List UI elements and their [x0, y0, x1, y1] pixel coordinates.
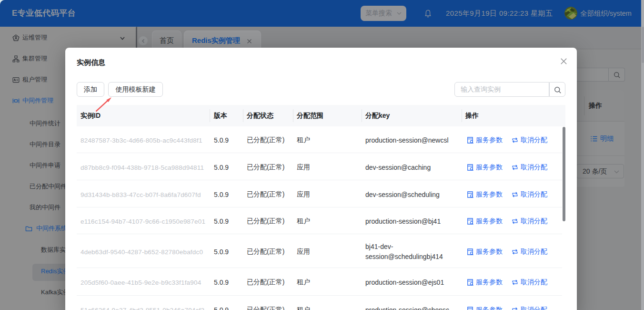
cancel-alloc-link[interactable]: 取消分配 [512, 190, 547, 199]
bg-actions-header: 操作 [589, 90, 602, 122]
instance-search-input[interactable]: 输入查询实例 [454, 82, 549, 97]
modal-table-scrollbar-thumb[interactable] [563, 127, 565, 221]
swap-icon [512, 279, 518, 285]
service-params-link[interactable]: 服务参数 [467, 217, 503, 226]
cell-scope: 应用 [297, 163, 310, 172]
service-params-link[interactable]: 服务参数 [467, 163, 503, 172]
tab-bar: 首页 Redis实例管理 [137, 27, 641, 49]
tenant-icon [12, 76, 20, 83]
cell-instance-id: 205d5f60-0aee-41b5-9e2e-b9c33f1fa904 [80, 279, 201, 286]
service-params-label: 服务参数 [476, 163, 503, 172]
cell-instance-id: 4deb63df-9540-4287-b652-82780ebafdc0 [80, 248, 203, 255]
service-params-label: 服务参数 [476, 306, 503, 310]
cell-key: dev-session@caching [365, 162, 457, 172]
col-alloc-key: 分配key [365, 105, 390, 126]
table-body: 82487587-3b3c-4d66-805b-ac9c443fd8f1 5.0… [77, 126, 565, 310]
list-icon [591, 136, 597, 142]
cancel-alloc-link[interactable]: 取消分配 [512, 136, 547, 145]
cell-instance-id: 9d31434b-b833-47cc-b07f-8a6fa7d607fd [80, 191, 201, 198]
sidebar-item-label: 运维管理 [22, 28, 47, 47]
cell-key: production-session@ejs01 [365, 278, 457, 288]
tab-redis-management[interactable]: Redis实例管理 [184, 31, 261, 49]
cell-status: 已分配(正常) [247, 248, 284, 256]
service-params-link[interactable]: 服务参数 [467, 278, 503, 287]
bg-detail-label: 明细 [600, 134, 614, 143]
cell-key: production-session@newcsl [365, 135, 457, 145]
instance-search-button[interactable] [549, 82, 565, 97]
cell-status: 已分配(正常) [247, 190, 284, 199]
cancel-alloc-link[interactable]: 取消分配 [512, 217, 547, 226]
cancel-alloc-link[interactable]: 取消分配 [512, 278, 547, 287]
cell-status: 已分配(正常) [247, 217, 284, 226]
swap-icon [512, 249, 518, 255]
service-params-link[interactable]: 服务参数 [467, 306, 503, 310]
search-icon [554, 86, 562, 94]
chevron-down-icon [120, 35, 125, 41]
header-separator [293, 109, 293, 122]
cell-instance-id: d87bb8c9-f094-438b-9718-5ca988d94811 [80, 164, 204, 171]
cancel-alloc-label: 取消分配 [521, 217, 547, 226]
cancel-alloc-link[interactable]: 取消分配 [512, 306, 547, 310]
cancel-alloc-label: 取消分配 [521, 136, 547, 145]
cell-scope: 租户 [297, 278, 310, 287]
tab-label: 首页 [152, 31, 181, 50]
cell-instance-id: 82487587-3b3c-4d66-805b-ac9c443fd8f1 [80, 137, 202, 144]
doc-search-icon [467, 279, 473, 286]
cell-version: 5.0.9 [214, 279, 229, 286]
cancel-alloc-label: 取消分配 [521, 190, 547, 199]
doc-search-icon [467, 137, 473, 144]
sidebar-item-ops[interactable]: 运维管理 [0, 28, 137, 47]
menu-search-label: 菜单搜索 [365, 9, 392, 18]
sidebar-item-label: 我的中间件 [30, 198, 60, 217]
table-row: 205d5f60-0aee-41b5-9e2e-b9c33f1fa904 5.0… [77, 268, 562, 296]
sidebar-item-label: 集群管理 [22, 49, 47, 68]
modal-title: 实例信息 [77, 53, 105, 72]
page-size-select[interactable]: 20 条/页 [576, 164, 624, 178]
tab-close-icon[interactable] [247, 39, 252, 44]
cell-instance-id: e116c154-94b7-4107-9c66-c1950e987e01 [80, 218, 205, 225]
search-icon [614, 72, 621, 79]
cluster-icon [12, 55, 20, 62]
sidebar-item-label: 中间件申请 [30, 156, 60, 175]
col-alloc-status: 分配状态 [247, 105, 273, 126]
cell-scope: 租户 [297, 136, 310, 145]
create-from-template-button[interactable]: 使用模板新建 [108, 82, 163, 97]
bg-search-button[interactable] [609, 68, 625, 82]
sidebar-item-label: 中间件系统 [36, 219, 67, 238]
tab-home[interactable]: 首页 [152, 31, 181, 49]
app-window: E专业低代码平台 菜单搜索 2025年9月19日 09:22:23 星期五 全部… [0, 0, 644, 310]
service-params-label: 服务参数 [476, 248, 503, 256]
page-size-value: 20 条/页 [583, 165, 607, 178]
cancel-alloc-link[interactable]: 取消分配 [512, 248, 547, 256]
doc-search-icon [467, 248, 473, 255]
col-alloc-scope: 分配范围 [297, 105, 323, 126]
service-params-link[interactable]: 服务参数 [467, 248, 503, 256]
service-params-label: 服务参数 [476, 190, 503, 199]
bg-column-separator [584, 96, 584, 115]
cancel-alloc-link[interactable]: 取消分配 [512, 163, 547, 172]
page-scrollbar-thumb[interactable] [642, 27, 644, 63]
user-org-name[interactable]: 全部组织/system [580, 0, 632, 27]
cell-key: production-session@chensc [365, 305, 457, 310]
table-row: d87bb8c9-f094-438b-9718-5ca988d94811 5.0… [77, 153, 562, 180]
sidebar-item-label: 租户管理 [22, 70, 47, 89]
swap-icon [512, 218, 518, 224]
cell-scope: 租户 [297, 306, 310, 310]
cancel-alloc-label: 取消分配 [521, 163, 547, 172]
chevron-down-icon [614, 170, 619, 174]
instance-info-modal: 实例信息 添加 使用模板新建 输入查询实例 实例ID 版本 分配状态 分配范围 … [65, 48, 577, 310]
header-separator [210, 109, 210, 122]
avatar[interactable] [564, 7, 577, 20]
page-scrollbar[interactable] [641, 0, 644, 310]
menu-search-button[interactable]: 菜单搜索 [361, 6, 406, 21]
bg-detail-link[interactable]: 明细 [591, 122, 614, 156]
table-row: 4deb63df-9540-4287-b652-82780ebafdc0 5.0… [77, 234, 562, 268]
tabs-back-button[interactable] [139, 36, 148, 45]
service-params-label: 服务参数 [476, 278, 503, 287]
col-actions: 操作 [465, 105, 479, 126]
cell-instance-id: 51c66264-9e37-4bd3-8551-0b246a794cf3 [80, 306, 204, 310]
modal-close-icon[interactable] [561, 58, 567, 64]
bell-icon[interactable] [425, 10, 431, 18]
service-params-link[interactable]: 服务参数 [467, 190, 503, 199]
service-params-link[interactable]: 服务参数 [467, 136, 503, 145]
